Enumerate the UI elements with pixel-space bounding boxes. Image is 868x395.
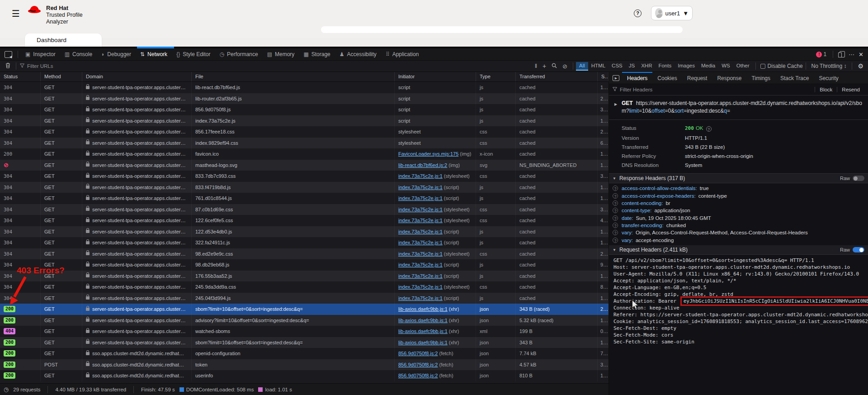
header-entry[interactable]: ?access-control-expose-headers:content-t… bbox=[609, 192, 868, 199]
request-raw-toggle[interactable] bbox=[853, 247, 864, 252]
pause-icon[interactable]: ‖ bbox=[532, 63, 540, 69]
initiator-link[interactable]: index.73a75c2e.js:1 bbox=[398, 273, 443, 279]
initiator-link[interactable]: 856.9d0750f8.js:2 bbox=[398, 362, 438, 367]
table-row[interactable]: 304GETserver-student-tpa-operator.apps.c… bbox=[0, 259, 609, 271]
table-row[interactable]: 304GETserver-student-tpa-operator.apps.c… bbox=[0, 126, 609, 138]
expand-triangle-icon[interactable]: ▶ bbox=[614, 100, 617, 108]
header-help-icon[interactable]: ? bbox=[613, 223, 618, 228]
help-icon[interactable]: ? bbox=[634, 10, 642, 17]
table-row[interactable]: 304GETserver-student-tpa-operator.apps.c… bbox=[0, 237, 609, 248]
table-row[interactable]: 304GETserver-student-tpa-operator.apps.c… bbox=[0, 281, 609, 293]
initiator-link[interactable]: index.73a75c2e.js:1 bbox=[398, 240, 443, 245]
devtools-tab-style-editor[interactable]: {}Style Editor bbox=[172, 48, 215, 60]
initiator-link[interactable]: index.73a75c2e.js:1 bbox=[398, 251, 443, 257]
table-row[interactable]: ⊘GETserver-student-tpa-operator.apps.clu… bbox=[0, 160, 609, 171]
pick-element-icon[interactable] bbox=[5, 51, 12, 58]
initiator-link[interactable]: index.73a75c2e.js:1 bbox=[398, 295, 443, 301]
details-tab-headers[interactable]: Headers bbox=[622, 72, 652, 84]
error-count-badge[interactable]: ! 1 bbox=[816, 51, 826, 57]
type-filter-other[interactable]: Other bbox=[733, 62, 753, 71]
request-headers-section[interactable]: ▼ Request Headers (2.411 kB) Raw bbox=[609, 245, 868, 255]
block-button[interactable]: Block bbox=[815, 87, 837, 92]
request-url-block[interactable]: ▶ GEThttps://server-student-tpa-operator… bbox=[609, 95, 868, 120]
type-filter-js[interactable]: JS bbox=[626, 62, 638, 71]
initiator-link[interactable]: index.73a75c2e.js:1 bbox=[398, 185, 443, 190]
devtools-tab-accessibility[interactable]: ♟Accessibility bbox=[335, 48, 381, 60]
type-filter-css[interactable]: CSS bbox=[609, 62, 626, 71]
header-help-icon[interactable]: ? bbox=[613, 200, 618, 206]
initiator-link[interactable]: lib-axios.daefc9bb.js:1 bbox=[398, 306, 448, 312]
table-row[interactable]: 200GETserver-student-tpa-operator.apps.c… bbox=[0, 148, 609, 160]
details-tab-security[interactable]: Security bbox=[814, 72, 843, 84]
response-raw-toggle[interactable] bbox=[853, 176, 864, 181]
type-filter-html[interactable]: HTML bbox=[588, 62, 609, 71]
initiator-link[interactable]: 856.9d0750f8.js:2 bbox=[398, 351, 438, 356]
devtools-tab-debugger[interactable]: ◗Debugger bbox=[97, 48, 136, 60]
network-settings-gear-icon[interactable]: ⚙ bbox=[855, 62, 865, 70]
initiator-link[interactable]: index.73a75c2e.js:1 bbox=[398, 173, 443, 179]
type-filter-media[interactable]: Media bbox=[698, 62, 718, 71]
devtools-tab-storage[interactable]: ▦Storage bbox=[299, 48, 335, 60]
header-entry[interactable]: ?content-type:application/json bbox=[609, 207, 868, 214]
table-row[interactable]: 200POSTsso.apps.cluster-mdt2d.dynamic.re… bbox=[0, 359, 609, 371]
table-row[interactable]: 404GETserver-student-tpa-operator.apps.c… bbox=[0, 326, 609, 337]
user-menu[interactable]: user1 ▼ bbox=[651, 6, 693, 20]
initiator-link[interactable]: index.73a75c2e.js:1 bbox=[398, 195, 443, 201]
header-help-icon[interactable]: ? bbox=[613, 230, 618, 235]
table-row[interactable]: 304GETserver-student-tpa-operator.apps.c… bbox=[0, 226, 609, 238]
details-tab-cookies[interactable]: Cookies bbox=[652, 72, 682, 84]
header-help-icon[interactable]: ? bbox=[613, 208, 618, 213]
column-header-file[interactable]: File bbox=[192, 72, 395, 81]
table-row[interactable]: 304GETserver-student-tpa-operator.apps.c… bbox=[0, 204, 609, 215]
hamburger-menu-icon[interactable]: ☰ bbox=[12, 8, 20, 19]
initiator-link[interactable]: 856.9d0750f8.js:2 bbox=[398, 373, 438, 378]
column-header-transferred[interactable]: Transferred bbox=[516, 72, 598, 81]
column-header-initiator[interactable]: Initiator bbox=[395, 72, 476, 81]
devtools-tab-network[interactable]: ⇅Network bbox=[136, 48, 172, 60]
header-entry[interactable]: ?vary:Origin, Access-Control-Request-Met… bbox=[609, 229, 868, 236]
split-panel-icon[interactable]: ▶ bbox=[613, 75, 619, 81]
meatball-menu-icon[interactable]: ⋯ bbox=[849, 51, 855, 58]
table-row[interactable]: 304GETserver-student-tpa-operator.apps.c… bbox=[0, 138, 609, 149]
table-row[interactable]: 200GETserver-student-tpa-operator.apps.c… bbox=[0, 315, 609, 326]
initiator-link[interactable]: lib-react.db7bf6ed.js:2 bbox=[398, 162, 447, 168]
details-tab-stack-trace[interactable]: Stack Trace bbox=[775, 72, 814, 84]
table-row[interactable]: 304GETserver-student-tpa-operator.apps.c… bbox=[0, 115, 609, 127]
table-row[interactable]: 304GETserver-student-tpa-operator.apps.c… bbox=[0, 82, 609, 93]
devtools-tab-inspector[interactable]: ▣Inspector bbox=[21, 48, 60, 60]
column-header-s[interactable]: S… bbox=[598, 72, 609, 81]
header-entry[interactable]: ?access-control-allow-credentials:true bbox=[609, 185, 868, 192]
header-help-icon[interactable]: ? bbox=[613, 215, 618, 221]
clear-requests-icon[interactable] bbox=[3, 62, 13, 70]
initiator-link[interactable]: index.73a75c2e.js:1 bbox=[398, 262, 443, 267]
table-row[interactable]: 304GETserver-student-tpa-operator.apps.c… bbox=[0, 93, 609, 105]
table-row[interactable]: 304GETserver-student-tpa-operator.apps.c… bbox=[0, 293, 609, 304]
filter-urls-input[interactable]: Filter URLs bbox=[20, 63, 532, 69]
table-row[interactable]: 304GETserver-student-tpa-operator.apps.c… bbox=[0, 248, 609, 260]
header-help-icon[interactable]: ? bbox=[613, 193, 618, 199]
disable-cache-label[interactable]: Disable Cache bbox=[768, 63, 803, 69]
header-entry[interactable]: ?date:Sun, 19 Oct 2025 18:00:45 GMT bbox=[609, 214, 868, 222]
initiator-link[interactable]: lib-axios.daefc9bb.js:1 bbox=[398, 328, 448, 334]
table-row[interactable]: 304GETserver-student-tpa-operator.apps.c… bbox=[0, 104, 609, 115]
filter-headers-input[interactable]: Filter Headers bbox=[620, 87, 652, 92]
table-row[interactable]: 200GETsso.apps.cluster-mdt2d.dynamic.red… bbox=[0, 370, 609, 381]
type-filter-fonts[interactable]: Fonts bbox=[655, 62, 675, 71]
column-header-type[interactable]: Type bbox=[476, 72, 516, 81]
details-tab-response[interactable]: Response bbox=[712, 72, 746, 84]
initiator-link[interactable]: lib-axios.daefc9bb.js:1 bbox=[398, 340, 448, 345]
table-row[interactable]: 304GETserver-student-tpa-operator.apps.c… bbox=[0, 171, 609, 182]
responsive-mode-icon[interactable] bbox=[840, 51, 845, 57]
initiator-link[interactable]: FaviconLoader.sys.mjs:175 bbox=[398, 151, 458, 157]
table-row[interactable]: 304GETserver-student-tpa-operator.apps.c… bbox=[0, 182, 609, 193]
header-entry[interactable]: ?transfer-encoding:chunked bbox=[609, 222, 868, 229]
details-tab-request[interactable]: Request bbox=[682, 72, 712, 84]
close-devtools-icon[interactable]: ✕ bbox=[859, 51, 863, 58]
initiator-link[interactable]: index.73a75c2e.js:1 bbox=[398, 207, 443, 212]
new-request-icon[interactable]: + bbox=[540, 62, 549, 70]
column-header-status[interactable]: Status bbox=[0, 72, 41, 81]
resend-button[interactable]: Resend bbox=[837, 87, 864, 92]
response-headers-section[interactable]: ▼ Response Headers (317 B) Raw bbox=[609, 174, 868, 183]
table-row[interactable]: 200GETsso.apps.cluster-mdt2d.dynamic.red… bbox=[0, 348, 609, 359]
table-row[interactable]: 200GETserver-student-tpa-operator.apps.c… bbox=[0, 337, 609, 348]
